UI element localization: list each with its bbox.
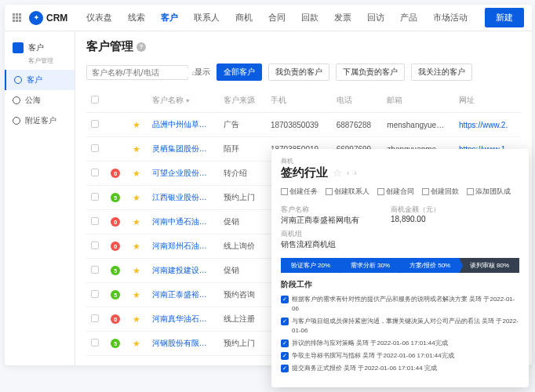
panel-action-0[interactable]: 创建任务 [281, 187, 318, 197]
row-checkbox[interactable] [91, 290, 99, 298]
panel-star-icon[interactable]: ☆ [333, 167, 342, 179]
detail-panel: 商机 签约行业 ☆ ‹ › 创建任务创建联系人创建合同创建回款添加团队成 客户名… [271, 149, 529, 387]
row-checkbox[interactable] [91, 266, 99, 274]
col-5[interactable]: 手机 [266, 89, 332, 113]
panel-action-4[interactable]: 添加团队成 [467, 187, 511, 197]
task-checkbox-icon[interactable]: ✓ [281, 339, 289, 347]
help-icon[interactable]: ? [136, 42, 146, 52]
sidebar-item-2[interactable]: 附近客户 [5, 111, 75, 131]
row-checkbox[interactable] [91, 314, 99, 322]
display-label: 显示 [195, 67, 210, 78]
star-icon[interactable]: ★ [133, 314, 140, 324]
stage-1[interactable]: 需求分析 30% [340, 258, 400, 273]
select-all-checkbox[interactable] [91, 96, 99, 103]
nav-item-9[interactable]: 产品 [394, 12, 424, 24]
filter-3[interactable]: 我关注的客户 [411, 64, 472, 81]
customer-name-link[interactable]: 江西银业股份有限… [147, 186, 220, 210]
customer-name-link[interactable]: 河钢股份有限公司… [147, 332, 220, 356]
info-value: 18,890.00 [391, 215, 440, 223]
tasks-section-title: 阶段工作 [281, 279, 519, 290]
cell-source: 预约上门 [219, 332, 266, 356]
nav-item-7[interactable]: 发票 [328, 12, 358, 24]
sidebar-item-1[interactable]: 公海 [5, 90, 75, 111]
customer-name-link[interactable]: 品洲中州仙草娱乐… [147, 113, 220, 137]
crm-logo-icon: ✦ [29, 11, 43, 25]
col-3[interactable]: 客户名称▼ [147, 89, 220, 113]
col-0[interactable] [86, 89, 106, 113]
row-checkbox[interactable] [91, 193, 99, 201]
filter-0[interactable]: 全部客户 [217, 64, 262, 81]
star-icon[interactable]: ★ [133, 193, 140, 202]
star-icon[interactable]: ★ [133, 120, 140, 129]
action-icon [422, 188, 429, 195]
sort-icon[interactable]: ▼ [185, 98, 191, 103]
panel-action-3[interactable]: 创建回款 [422, 187, 459, 197]
task-text: 争取主导标书撰写与指标 吴琦 于2022-01-06 17:01:44完成 [292, 351, 454, 361]
row-checkbox[interactable] [91, 169, 99, 176]
star-icon[interactable]: ★ [133, 266, 140, 275]
task-checkbox-icon[interactable]: ✓ [281, 296, 289, 303]
row-checkbox[interactable] [91, 217, 99, 225]
nav-item-6[interactable]: 回款 [295, 12, 325, 24]
panel-prev-icon[interactable]: ‹ [347, 169, 349, 177]
stage-3[interactable]: 谈判审核 80% [460, 258, 519, 273]
panel-action-1[interactable]: 创建联系人 [326, 187, 369, 197]
app-switcher-icon[interactable] [13, 13, 21, 22]
customer-name-link[interactable]: 可望企业股份有限… [147, 162, 220, 186]
col-2[interactable] [128, 89, 147, 113]
star-icon[interactable]: ★ [133, 339, 140, 348]
task-text: 提交商务正式报价 吴琦 于2022-01-06 17:01:44 完成 [292, 364, 437, 373]
task-checkbox-icon[interactable]: ✓ [281, 365, 289, 372]
nav-item-4[interactable]: 商机 [229, 12, 259, 24]
table-row[interactable]: ★品洲中州仙草娱乐…广告1870385003968876288menshangy… [86, 113, 521, 137]
col-6[interactable]: 电话 [332, 89, 383, 113]
new-button[interactable]: 新建 [485, 8, 524, 27]
row-checkbox[interactable] [91, 120, 99, 128]
customer-name-link[interactable]: 河南建投建设股份… [147, 259, 220, 283]
star-icon[interactable]: ★ [133, 217, 140, 227]
nav-item-1[interactable]: 线索 [122, 12, 151, 24]
row-checkbox[interactable] [91, 144, 99, 152]
cell-source: 促销 [219, 210, 266, 234]
status-badge-icon: 0 [111, 169, 120, 178]
sidebar-subtitle: 客户管理 [5, 56, 75, 65]
nav-item-8[interactable]: 回访 [361, 12, 391, 24]
col-4[interactable]: 客户来源 [219, 89, 266, 113]
status-badge-icon: 5 [111, 339, 120, 348]
task-checkbox-icon[interactable]: ✓ [281, 318, 289, 325]
filter-1[interactable]: 我负责的客户 [268, 64, 329, 81]
customer-name-link[interactable]: 河南正泰盛裕网电… [147, 283, 220, 307]
customer-name-link[interactable]: 河南中通石油有限… [147, 210, 220, 234]
toolbar: ⌕ 显示 全部客户我负责的客户下属负责的客户我关注的客户 [86, 64, 521, 81]
panel-next-icon[interactable]: › [354, 169, 356, 177]
star-icon[interactable]: ★ [133, 241, 140, 251]
stage-2[interactable]: 方案/报价 50% [400, 258, 460, 273]
customer-name-link[interactable]: 河南真华油石集团… [147, 307, 220, 332]
col-8[interactable]: 网址 [454, 89, 521, 113]
nav-item-3[interactable]: 联系人 [187, 12, 226, 24]
cell-url[interactable]: https://www.2. [454, 113, 521, 137]
sidebar-item-icon [14, 76, 22, 84]
task-checkbox-icon[interactable]: ✓ [281, 352, 289, 360]
star-icon[interactable]: ★ [133, 144, 140, 154]
customer-name-link[interactable]: 灵栖集团股份有限… [147, 137, 220, 162]
star-icon[interactable]: ★ [133, 290, 140, 299]
filter-2[interactable]: 下属负责的客户 [336, 64, 405, 81]
panel-action-2[interactable]: 创建合同 [377, 187, 414, 197]
col-1[interactable] [106, 89, 127, 113]
nav-item-10[interactable]: 市场活动 [427, 12, 474, 24]
stage-0[interactable]: 验证客户 20% [281, 258, 340, 273]
search-field[interactable] [92, 68, 191, 77]
nav-item-0[interactable]: 仪表盘 [80, 12, 118, 24]
row-checkbox[interactable] [91, 241, 99, 249]
cell-email: menshangyue… [382, 113, 454, 137]
row-checkbox[interactable] [91, 339, 99, 347]
star-icon[interactable]: ★ [133, 169, 140, 178]
col-7[interactable]: 邮箱 [382, 89, 454, 113]
status-badge-icon: 0 [111, 241, 120, 251]
customer-name-link[interactable]: 河南郑州石油集团… [147, 234, 220, 259]
search-input[interactable]: ⌕ [86, 65, 188, 80]
sidebar-item-0[interactable]: 客户 [5, 70, 75, 90]
nav-item-5[interactable]: 合同 [262, 12, 292, 24]
nav-item-2[interactable]: 客户 [155, 12, 184, 24]
